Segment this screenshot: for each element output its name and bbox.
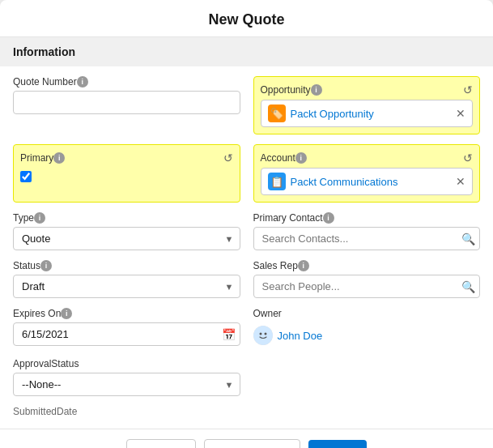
form-body: Quote Number i Opportunity i ↺ 🏷️ Packt … [0, 66, 493, 429]
opportunity-chip-close[interactable]: ✕ [456, 107, 465, 120]
type-info-icon[interactable]: i [34, 212, 45, 224]
modal-title: New Quote [208, 11, 284, 28]
type-group: Type i Quote Amendment Renewal ▼ [13, 212, 240, 250]
primary-label: Primary [20, 152, 53, 164]
approval-status-label: ApprovalStatus [13, 358, 79, 369]
opportunity-info-icon[interactable]: i [311, 84, 322, 96]
approval-status-group: ApprovalStatus --None-- Approved Rejecte… [13, 358, 240, 396]
primary-contact-input[interactable] [253, 227, 481, 250]
primary-contact-search-wrapper: 🔍 [253, 227, 481, 250]
new-quote-modal: New Quote Information Quote Number i Opp… [0, 0, 493, 448]
account-label: Account [261, 152, 295, 164]
opportunity-chip-text[interactable]: Packt Opportunity [291, 108, 452, 120]
primary-checkbox-wrapper [20, 171, 233, 182]
expires-on-group: Expires On i 📅 [13, 308, 240, 348]
account-group: Account i ↺ 📋 Packt Communications ✕ [253, 144, 481, 203]
owner-avatar [253, 326, 273, 345]
owner-label: Owner [253, 308, 282, 319]
section-header: Information [0, 37, 493, 66]
type-label: Type [13, 212, 34, 224]
status-info-icon[interactable]: i [40, 260, 52, 271]
account-chip: 📋 Packt Communications ✕ [261, 168, 474, 195]
opportunity-group: Opportunity i ↺ 🏷️ Packt Opportunity ✕ [253, 76, 481, 134]
status-select-wrapper: Draft In Review Approved Rejected ▼ [13, 275, 240, 298]
submitted-date-label: SubmittedDate [13, 406, 240, 419]
right-empty [253, 358, 481, 396]
sales-rep-search-wrapper: 🔍 [253, 275, 481, 298]
modal-footer: Cancel Save & New Save [0, 429, 493, 448]
owner-name[interactable]: John Doe [278, 330, 323, 342]
opportunity-label: Opportunity [261, 84, 311, 96]
quote-number-info-icon[interactable]: i [77, 76, 88, 87]
expires-on-input[interactable] [13, 322, 240, 346]
type-select[interactable]: Quote Amendment Renewal [13, 227, 240, 250]
submitted-date-group: SubmittedDate [13, 406, 240, 419]
primary-checkbox[interactable] [20, 171, 32, 182]
opportunity-revert-icon[interactable]: ↺ [463, 83, 473, 96]
account-chip-close[interactable]: ✕ [456, 175, 465, 188]
approval-status-select[interactable]: --None-- Approved Rejected Recalled [13, 373, 240, 396]
save-new-button[interactable]: Save & New [204, 439, 300, 448]
status-label: Status [13, 260, 40, 271]
account-revert-icon[interactable]: ↺ [463, 151, 473, 164]
account-info-icon[interactable]: i [295, 152, 307, 164]
sales-rep-group: Sales Rep i 🔍 [253, 260, 481, 298]
sales-rep-search-button[interactable]: 🔍 [461, 280, 475, 293]
primary-contact-search-button[interactable]: 🔍 [461, 233, 475, 245]
svg-point-1 [259, 333, 261, 335]
primary-group: Primary i ↺ [13, 144, 240, 203]
primary-contact-group: Primary Contact i 🔍 [253, 212, 481, 250]
modal-header: New Quote [0, 0, 493, 37]
quote-number-label: Quote Number [13, 76, 77, 87]
primary-contact-label: Primary Contact [253, 212, 323, 224]
primary-revert-icon[interactable]: ↺ [223, 151, 233, 164]
sales-rep-label: Sales Rep [253, 260, 298, 271]
primary-contact-info-icon[interactable]: i [323, 212, 334, 224]
status-select[interactable]: Draft In Review Approved Rejected [13, 275, 240, 298]
owner-group: Owner John Doe [253, 308, 481, 348]
opportunity-chip: 🏷️ Packt Opportunity ✕ [261, 100, 474, 127]
account-chip-icon: 📋 [268, 173, 286, 190]
expires-on-info-icon[interactable]: i [61, 308, 72, 319]
account-chip-text[interactable]: Packt Communications [291, 176, 452, 188]
expires-on-calendar-icon[interactable]: 📅 [222, 328, 236, 341]
sales-rep-input[interactable] [253, 275, 481, 298]
svg-point-0 [253, 326, 273, 345]
expires-on-date-wrapper: 📅 [13, 322, 240, 346]
expires-on-label: Expires On [13, 308, 61, 319]
opportunity-chip-icon: 🏷️ [268, 105, 286, 122]
status-group: Status i Draft In Review Approved Reject… [13, 260, 240, 298]
quote-number-input[interactable] [13, 91, 240, 114]
quote-number-group: Quote Number i [13, 76, 240, 134]
sales-rep-info-icon[interactable]: i [298, 260, 309, 271]
save-button[interactable]: Save [308, 440, 367, 448]
owner-field: John Doe [253, 322, 481, 348]
approval-status-select-wrapper: --None-- Approved Rejected Recalled ▼ [13, 373, 240, 396]
primary-info-icon[interactable]: i [53, 152, 65, 164]
svg-point-2 [264, 333, 266, 335]
cancel-button[interactable]: Cancel [126, 439, 196, 448]
type-select-wrapper: Quote Amendment Renewal ▼ [13, 227, 240, 250]
section-label: Information [13, 45, 75, 58]
